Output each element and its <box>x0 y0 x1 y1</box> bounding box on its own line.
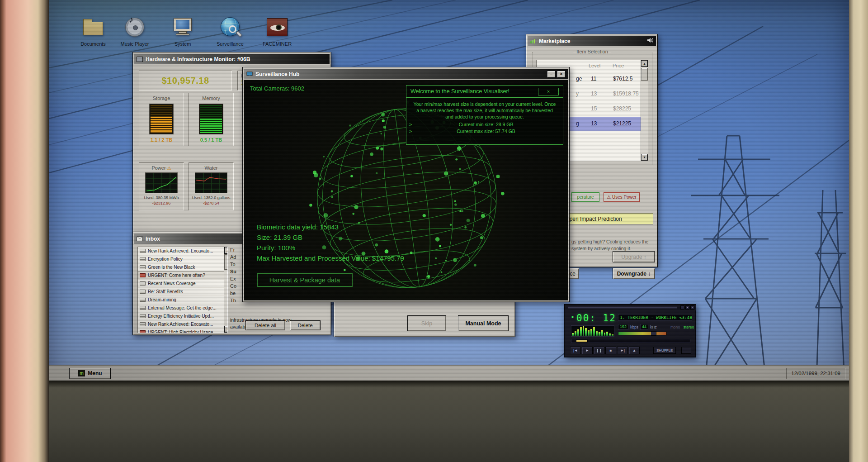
close-button[interactable]: × <box>557 71 566 78</box>
desktop: Documents ♪ Music Player System Surveill… <box>49 0 849 381</box>
delete-button[interactable]: Delete <box>290 320 321 330</box>
welcome-dialog: Welcome to the Surveillance Visualiser! … <box>406 85 563 145</box>
envelope-icon <box>140 322 146 326</box>
folder-icon <box>82 16 104 38</box>
harvest-package-button[interactable]: Harvest & Package data <box>257 273 353 287</box>
scroll-up-button[interactable]: ▲ <box>224 247 228 254</box>
stat-purity: Purity: 100% <box>257 243 404 253</box>
item-level: 11 <box>591 76 596 82</box>
menu-button[interactable]: m Menu <box>69 368 111 379</box>
taskbar-clock[interactable]: 12/02/1999, 22:31:09 <box>786 368 845 379</box>
mail-row[interactable]: External Message: Get the edge... <box>138 304 227 312</box>
track-time: 00: 12 <box>576 313 616 324</box>
desktop-icon-surveillance[interactable]: Surveillance <box>210 16 250 47</box>
mail-row[interactable]: New Rank Achieved: Excavato... <box>138 320 227 329</box>
repeat-toggle[interactable] <box>681 347 691 354</box>
downgrade-button[interactable]: Downgrade ↓ <box>613 268 655 279</box>
upgrade-button[interactable]: Upgrade ↑ <box>613 251 655 262</box>
power-label: Power ⚠ <box>151 165 171 171</box>
seek-thumb[interactable] <box>576 339 588 343</box>
dialog-body-text: Your min/max harvest size is dependent o… <box>406 98 563 120</box>
item-price: $21225 <box>613 120 631 127</box>
surveillance-hub-window: Surveillance Hub – × Total Cameras: 9602… <box>242 67 570 302</box>
listbox-scrollbar[interactable]: ▲ ▼ <box>641 60 648 161</box>
player-minimize-button[interactable]: – <box>680 305 684 310</box>
desktop-icon-documents[interactable]: Documents <box>73 16 113 47</box>
water-chart <box>195 172 227 193</box>
samplerate-value: 44 <box>640 324 648 330</box>
scrollbar-thumb[interactable] <box>224 254 228 270</box>
volume-thumb[interactable] <box>651 331 656 336</box>
item-price: $15918.75 <box>613 90 639 97</box>
desktop-icon-music-player[interactable]: ♪ Music Player <box>115 16 155 47</box>
transport-controls: |◄ ► ❙❙ ■ ►| ▲ <box>570 347 640 354</box>
column-header-price: Price <box>613 63 624 68</box>
next-button[interactable]: ►| <box>617 347 628 354</box>
player-titlebar[interactable]: – ▪ × <box>565 305 696 310</box>
mail-subject: URGENT: Come here often? <box>148 273 205 278</box>
titlebar-grip <box>568 306 677 309</box>
dialog-title: Welcome to the Surveillance Visualiser! <box>410 88 509 95</box>
dialog-close-button[interactable]: × <box>538 88 559 95</box>
marketplace-titlebar[interactable]: Marketplace <box>528 36 656 46</box>
pause-button[interactable]: ❙❙ <box>594 347 604 354</box>
mail-scrollbar[interactable]: ▲ ▼ <box>224 247 228 333</box>
mail-subject: Dream-mining <box>148 297 176 302</box>
volume-slider[interactable] <box>618 332 667 335</box>
skip-button[interactable]: Skip <box>407 315 446 331</box>
power-panel: Power ⚠ Used: 380.35 MWh -$2312.96 <box>139 162 184 210</box>
shuffle-toggle[interactable]: SHUFFLE <box>653 347 676 354</box>
mail-row[interactable]: Energy Efficiency Initiative Upd... <box>138 312 227 320</box>
music-player: – ▪ × ► 00: 12 1. TEKRIDER - WORKLIFE <3… <box>564 304 696 357</box>
stop-button[interactable]: ■ <box>605 347 616 354</box>
manual-mode-button[interactable]: Manual Mode <box>458 315 509 331</box>
desktop-icon-system[interactable]: System <box>163 16 203 47</box>
memory-panel: Memory 0.5 / 1 TB <box>189 93 234 146</box>
mail-subject: URGENT: High Electricity Usage <box>148 330 213 333</box>
scroll-down-button[interactable]: ▼ <box>641 154 648 161</box>
mail-row[interactable]: Encryption Policy <box>138 255 227 263</box>
mail-row-urgent[interactable]: URGENT: High Electricity Usage <box>138 329 227 333</box>
mail-list[interactable]: New Rank Achieved: Excavato... Encryptio… <box>137 247 228 333</box>
scroll-down-button[interactable]: ▼ <box>224 326 228 333</box>
water-used: Used: 1352.0 gallons <box>192 195 231 200</box>
envelope-icon-urgent <box>140 330 146 333</box>
player-close-button[interactable]: × <box>690 305 694 310</box>
scroll-up-button[interactable]: ▲ <box>641 60 648 67</box>
track-title: 1. TEKRIDER - WORKLIFE <3:48> <box>618 314 692 321</box>
spectrum-analyzer <box>571 325 614 337</box>
minimize-button[interactable]: – <box>547 71 556 78</box>
warning-icon: ⚠ <box>167 166 171 171</box>
mail-row-urgent-selected[interactable]: URGENT: Come here often? <box>138 271 227 280</box>
channel-indicators: mono stereo <box>670 325 694 329</box>
mail-row[interactable]: Recent News Coverage <box>138 280 227 288</box>
eject-button[interactable]: ▲ <box>629 347 640 354</box>
mail-row[interactable]: Re: Staff Benefits <box>138 288 227 296</box>
power-used: Used: 380.35 MWh <box>144 195 179 200</box>
speaker-icon[interactable] <box>647 38 654 44</box>
mail-subject: Green is the New Black <box>148 265 195 270</box>
envelope-icon <box>140 298 146 302</box>
icon-label: Documents <box>80 41 106 47</box>
surveillance-titlebar[interactable]: Surveillance Hub – × <box>244 69 568 79</box>
mail-row[interactable]: New Rank Achieved: Excavato... <box>138 247 227 255</box>
storage-meter <box>149 104 174 134</box>
computer-icon <box>171 16 194 38</box>
monitor-bezel-left <box>0 0 49 462</box>
menu-label: Menu <box>88 370 102 376</box>
surveillance-client: Total Cameras: 9602 Welcome to the Surve… <box>244 80 568 300</box>
play-button[interactable]: ► <box>582 347 593 354</box>
hardware-icon <box>137 57 143 62</box>
player-shade-button[interactable]: ▪ <box>685 305 689 310</box>
seek-bar[interactable] <box>571 339 690 343</box>
mail-row[interactable]: Green is the New Black <box>138 263 227 271</box>
previous-button[interactable]: |◄ <box>570 347 581 354</box>
stat-yield: Biometric data yield: 15843 <box>257 222 404 232</box>
desktop-icon-faceminer[interactable]: FACEMINER <box>257 16 297 47</box>
hardware-monitor-titlebar[interactable]: Hardware & Infrastructure Monitor: #06B <box>134 54 330 64</box>
mail-row[interactable]: Dream-mining <box>138 296 227 304</box>
mail-subject: External Message: Get the edge... <box>148 305 217 310</box>
window-title: Hardware & Infrastructure Monitor: #06B <box>146 56 250 62</box>
scrollbar-thumb[interactable] <box>641 68 648 81</box>
delete-all-button[interactable]: Delete all <box>245 320 285 330</box>
